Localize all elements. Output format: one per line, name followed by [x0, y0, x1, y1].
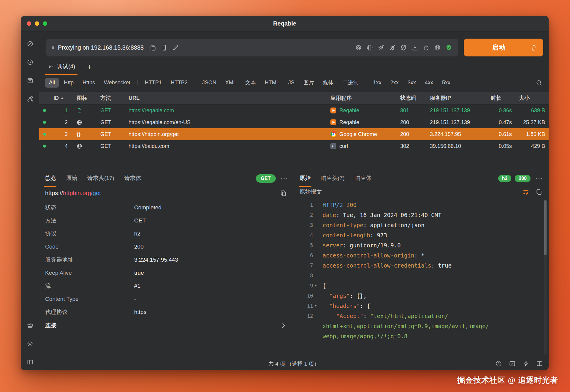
column-header-方法[interactable]: 方法 [97, 94, 125, 102]
trash-icon[interactable] [529, 43, 538, 52]
help-icon[interactable] [494, 359, 503, 368]
more-options-icon[interactable] [279, 174, 289, 183]
traffic-lights [27, 16, 47, 31]
table-row[interactable]: 3GEThttps://httpbin.org/getGoogle Chrome… [39, 128, 549, 140]
tab-request-headers[interactable]: 请求头(17) [87, 170, 115, 187]
code-line: xhtml+xml,application/xml;q=0.9,image/av… [297, 321, 541, 331]
fold-toggle-icon[interactable] [313, 281, 319, 291]
detail-value: https [134, 309, 146, 315]
crown-icon[interactable] [26, 321, 34, 330]
column-header-服务器IP[interactable]: 服务器IP [426, 94, 487, 102]
copy-response-icon[interactable] [534, 187, 543, 196]
broadcast-icon [48, 63, 54, 70]
filter-chip-https[interactable]: Https [79, 78, 99, 88]
search-icon[interactable] [534, 78, 543, 87]
tab-raw-request[interactable]: 原始 [65, 170, 78, 187]
add-tab-button[interactable]: + [85, 63, 94, 75]
filter-chip-xml[interactable]: XML [221, 78, 240, 88]
filter-chip-http1[interactable]: HTTP1 [141, 78, 166, 88]
at-sign-icon[interactable] [354, 43, 363, 52]
timer-icon[interactable] [422, 43, 430, 52]
column-header-状态码[interactable]: 状态码 [397, 94, 426, 102]
filter-chip-media[interactable]: 媒体 [319, 77, 338, 88]
detail-label: 状态 [45, 204, 134, 211]
tab-response-headers[interactable]: 响应头(7) [320, 170, 345, 187]
mobile-icon[interactable] [160, 43, 169, 52]
tab-overview[interactable]: 总览 [44, 170, 56, 187]
app-logo-icon[interactable] [26, 39, 34, 48]
filter-chip-js[interactable]: JS [284, 78, 298, 88]
table-row[interactable]: 1GEThttps://reqable.comReqable301219.151… [39, 105, 549, 116]
detail-row: 流#1 [45, 279, 288, 293]
column-header-时长[interactable]: 时长 [487, 94, 515, 102]
filter-chip-http2[interactable]: HTTP2 [167, 78, 191, 88]
airplane-off-icon[interactable] [376, 43, 385, 52]
cell-status-dot [39, 109, 50, 112]
shield-off-icon[interactable] [399, 43, 408, 52]
connection-section-row[interactable]: 连接 [39, 319, 294, 332]
minimize-button[interactable] [35, 21, 39, 26]
vertical-scrollbar[interactable] [544, 199, 547, 355]
filter-chip-all[interactable]: All [45, 78, 59, 88]
table-row[interactable]: 4GEThttps://baidu.comcurl30239.156.66.10… [39, 140, 549, 152]
panel-toggle-icon[interactable] [26, 358, 34, 366]
cell-method: GET [97, 131, 125, 137]
history-icon[interactable] [26, 58, 34, 67]
fold-toggle-icon[interactable] [313, 301, 319, 311]
column-header-URL[interactable]: URL [125, 95, 327, 101]
download-icon[interactable] [410, 43, 419, 52]
close-button[interactable] [27, 21, 31, 26]
filter-chip-http[interactable]: Http [60, 78, 77, 88]
cell-app: Google Chrome [327, 131, 397, 137]
column-header-大小[interactable]: 大小 [515, 94, 549, 102]
url-host: httpbin.org [63, 190, 91, 196]
zoom-button[interactable] [43, 21, 47, 26]
filter-chip-html[interactable]: HTML [261, 78, 283, 88]
filter-chip-5xx[interactable]: 5xx [438, 78, 454, 88]
flash-icon[interactable] [521, 359, 530, 368]
filter-chip-3xx[interactable]: 3xx [404, 78, 420, 88]
proxy-address-bar: Proxying on 192.168.15.36:8888 [46, 39, 458, 56]
copy-icon[interactable] [148, 43, 157, 52]
debug-tab-label: 调试(4) [57, 63, 75, 70]
start-button[interactable]: 启动 [464, 39, 543, 56]
filter-chip-1xx[interactable]: 1xx [369, 78, 385, 88]
copy-url-icon[interactable] [279, 189, 288, 197]
bug-off-icon[interactable] [388, 43, 397, 52]
scrollbar-thumb[interactable] [544, 200, 547, 255]
table-row[interactable]: 2GEThttps://reqable.com/en-USReqable2002… [39, 116, 549, 128]
tab-debug-session[interactable]: 调试(4) [45, 63, 77, 75]
titlebar[interactable]: Reqable [21, 16, 549, 31]
network-globe-icon[interactable] [433, 43, 442, 52]
filter-chip-4xx[interactable]: 4xx [421, 78, 437, 88]
certificate-shield-icon[interactable] [444, 43, 453, 52]
column-header-ID[interactable]: ID [50, 95, 73, 101]
tab-request-body[interactable]: 请求体 [124, 170, 142, 187]
column-header-图标[interactable]: 图标 [73, 94, 97, 102]
edit-icon[interactable] [171, 43, 180, 52]
feedback-icon[interactable] [508, 359, 517, 368]
tab-response-body[interactable]: 响应体 [354, 170, 372, 187]
filter-chip-2xx[interactable]: 2xx [387, 78, 403, 88]
filter-chip-json[interactable]: JSON [198, 78, 220, 88]
filter-chip-image[interactable]: 图片 [300, 77, 318, 88]
watermark: 掘金技术社区 @ 追逐时光者 [457, 375, 558, 385]
cell-id: 2 [50, 119, 73, 126]
filter-chip-websocket[interactable]: Websocket [100, 78, 134, 88]
tab-raw-response[interactable]: 原始 [299, 170, 311, 187]
collection-icon[interactable] [26, 76, 34, 85]
soft-wrap-icon[interactable] [521, 187, 530, 196]
more-options-icon[interactable] [534, 174, 544, 183]
settings-icon[interactable] [26, 339, 34, 348]
filter-chip-binary[interactable]: 二进制 [339, 77, 362, 88]
line-number: 11 [303, 301, 313, 311]
split-view-icon[interactable] [535, 359, 544, 368]
filter-chips: AllHttpHttpsWebsocketHTTP1HTTP2JSONXML文本… [45, 77, 534, 88]
toolbox-icon[interactable] [26, 94, 34, 103]
filter-chip-text[interactable]: 文本 [241, 77, 260, 88]
code-text: { [323, 281, 326, 291]
response-panel: 原始响应头(7)响应体 h2 200 原始报文 [294, 170, 549, 357]
phone-vibrate-icon[interactable] [365, 43, 374, 52]
column-header-应用程序[interactable]: 应用程序 [327, 94, 397, 102]
code-line: 5server: gunicorn/19.9.0 [297, 240, 541, 250]
